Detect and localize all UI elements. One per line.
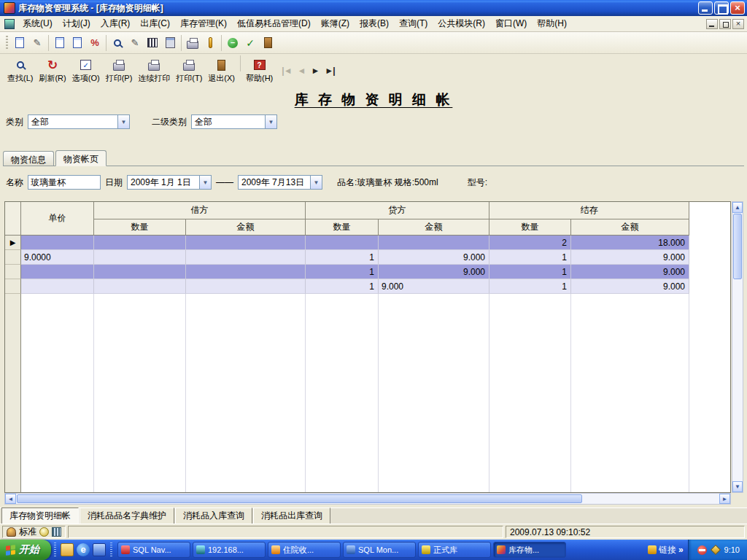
calculator-icon[interactable] [161,34,179,52]
maximize-button[interactable] [714,1,729,15]
nav-last-icon[interactable]: ►| [325,66,334,76]
mdi-minimize-button[interactable] [706,19,718,29]
group-header-debit[interactable]: 借方 [94,202,306,219]
vertical-scrollbar[interactable]: ▲ ▼ [732,201,743,493]
chevron-down-icon[interactable]: ▼ [265,115,276,128]
nav-prev-icon[interactable]: ◄ [298,66,306,76]
tray-stop-icon[interactable] [697,545,707,555]
row-selector[interactable]: ▶ [5,236,21,250]
table-cell[interactable] [186,250,306,265]
task-sql-nav[interactable]: SQL Nav... [117,542,190,558]
nav-next-icon[interactable]: ► [311,66,319,76]
menu-query[interactable]: 查询(T) [394,15,433,32]
bottom-tab-inbound-query[interactable]: 消耗品入库查询 [175,508,252,524]
barcode-icon[interactable] [144,34,161,52]
table-cell[interactable] [186,265,306,279]
search-icon[interactable] [109,34,126,52]
mdi-close-button[interactable]: × [732,19,744,29]
help-button[interactable]: ? 帮助(H) [243,55,276,86]
menu-outbound[interactable]: 出库(C) [135,15,175,32]
col-header-balance-amount[interactable]: 金额 [571,219,689,236]
table-cell[interactable]: 1 [489,250,571,265]
table-cell[interactable] [186,279,306,294]
table-cell[interactable]: 9.0000 [21,250,94,265]
bottom-tab-outbound-query[interactable]: 消耗品出库查询 [253,508,330,524]
col-header-balance-qty[interactable]: 数量 [489,219,571,236]
exit-door-icon[interactable] [259,34,276,52]
table-cell[interactable] [94,265,186,279]
close-button[interactable]: × [730,1,745,15]
start-button[interactable]: 开始 [0,540,51,560]
col-header-debit-amount[interactable]: 金额 [186,219,306,236]
category-select[interactable]: 全部 ▼ [28,114,130,129]
table-cell[interactable]: 2 [489,236,571,250]
menu-plan[interactable]: 计划(J) [58,15,96,32]
document-icon[interactable] [51,34,69,52]
table-cell[interactable] [94,236,186,250]
horizontal-scrollbar-thumb[interactable] [17,494,582,503]
scroll-left-icon[interactable]: ◄ [5,494,16,504]
menu-report[interactable]: 报表(B) [355,15,394,32]
row-selector[interactable] [5,265,21,279]
table-cell[interactable]: 1 [489,265,571,279]
table-cell[interactable]: 9.000 [379,265,489,279]
col-header-unit-price[interactable]: 单价 [21,202,94,236]
table-cell[interactable]: 1 [306,265,379,279]
table-cell[interactable]: 9.000 [571,250,689,265]
refresh-button[interactable]: ↻ 刷新(R) [36,55,69,86]
table-cell[interactable] [94,250,186,265]
row-selector[interactable] [5,250,21,265]
percent-icon[interactable]: % [86,34,104,52]
bottom-tab-name-dictionary[interactable]: 消耗品品名字典维护 [80,508,174,524]
exit-button[interactable]: 退出(X) [205,55,238,86]
quick-launch-ie-icon[interactable]: e [77,543,90,556]
vertical-scrollbar-thumb[interactable] [733,214,742,279]
task-production-db[interactable]: 正式库 [418,542,491,558]
tray-shield-icon[interactable] [711,545,721,555]
name-input[interactable] [28,175,101,190]
mdi-restore-button[interactable] [719,19,731,29]
continuous-print-button[interactable]: 连续打印 [135,55,173,86]
quick-launch-desktop-icon[interactable] [93,543,106,556]
chevron-down-icon[interactable]: ▼ [310,176,322,189]
task-remote-ip[interactable]: 192.168... [193,542,266,558]
nav-first-icon[interactable]: |◄ [282,66,291,76]
minimize-button[interactable] [698,1,713,15]
subcategory-select[interactable]: 全部 ▼ [191,114,277,129]
table-cell[interactable] [21,265,94,279]
tab-material-info[interactable]: 物资信息 [3,151,54,166]
bottom-tab-inventory-detail[interactable]: 库存物资明细帐 [1,508,79,524]
print-preview-button[interactable]: 打印(T) [173,55,205,86]
date-to-select[interactable]: 2009年 7月13日 ▼ [238,175,322,190]
task-inventory-system[interactable]: 库存物... [493,542,566,558]
table-cell[interactable]: 9.000 [379,279,489,294]
table-cell[interactable]: 9.000 [571,265,689,279]
table-cell[interactable] [306,236,379,250]
thermometer-icon[interactable] [201,34,219,52]
table-cell[interactable]: 1 [306,279,379,294]
menu-stock-mgmt[interactable]: 库存管理(K) [175,15,232,32]
horizontal-scrollbar-track[interactable] [583,494,719,504]
scroll-right-icon[interactable]: ► [719,494,730,504]
table-cell[interactable]: 9.000 [571,279,689,294]
table-cell[interactable] [94,279,186,294]
print-icon[interactable] [184,34,201,52]
quick-launch-folder-icon[interactable] [61,543,74,556]
menu-ledger[interactable]: 账簿(Z) [316,15,355,32]
vertical-scrollbar-track[interactable] [732,280,743,481]
row-selector[interactable] [5,279,21,294]
menu-consumables-mgmt[interactable]: 低值易耗品管理(D) [232,15,316,32]
task-sql-monitor[interactable]: SQL Mon... [343,542,416,558]
menu-system[interactable]: 系统(U) [18,15,58,32]
chevron-down-icon[interactable]: ▼ [117,115,129,128]
table-cell[interactable] [379,236,489,250]
menu-window[interactable]: 窗口(W) [490,15,532,32]
tab-material-ledger[interactable]: 物资帐页 [55,150,107,166]
document-copy-icon[interactable] [69,34,86,52]
chevron-right-icon[interactable]: » [678,545,684,555]
table-cell[interactable]: 18.000 [571,236,689,250]
remove-circle-icon[interactable]: – [224,34,241,52]
find-button[interactable]: 查找(L) [4,55,36,86]
options-button[interactable]: ✓ 选项(O) [69,55,103,86]
edit-document-icon[interactable]: ✎ [28,34,46,52]
